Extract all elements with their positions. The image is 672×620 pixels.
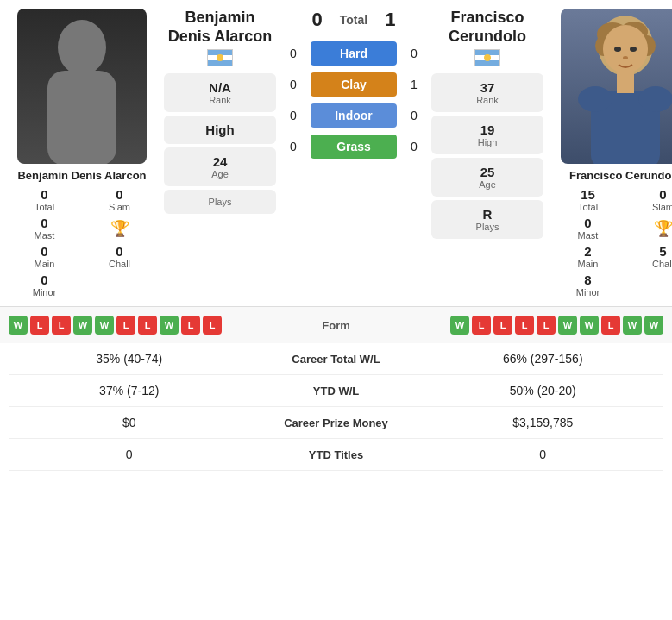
player2-form-badges: WLLLLWWLWW bbox=[450, 316, 663, 335]
stats-right-value: 0 bbox=[423, 448, 664, 461]
clay-row: 0 Clay 1 bbox=[285, 72, 423, 97]
player1-stats: 0 Total 0 Slam 0 Mast 🏆 0 Main bbox=[9, 187, 155, 297]
stats-row: 0YTD Titles0 bbox=[9, 439, 663, 471]
svg-point-10 bbox=[578, 86, 612, 112]
player2-minor: 8 Minor bbox=[552, 272, 624, 297]
form-label: Form bbox=[322, 319, 350, 332]
stats-left-value: 0 bbox=[9, 448, 250, 461]
form-badge: W bbox=[160, 316, 179, 335]
form-badge: L bbox=[537, 316, 556, 335]
grass-right-score: 0 bbox=[405, 140, 423, 153]
player1-name: Benjamin Denis Alarcon bbox=[17, 169, 146, 182]
form-badge: L bbox=[203, 316, 222, 335]
form-badge: W bbox=[73, 316, 92, 335]
player2-name: Francisco Cerundolo bbox=[569, 169, 672, 182]
clay-left-score: 0 bbox=[285, 78, 302, 91]
stats-section: 35% (40-74)Career Total W/L66% (297-156)… bbox=[0, 343, 672, 479]
player2-slam: 0 Slam bbox=[627, 187, 672, 212]
player2-info: Francisco Cerundolo 37 Rank 19 High 25 A… bbox=[431, 9, 543, 297]
stats-right-value: 66% (297-156) bbox=[423, 352, 664, 366]
form-badge: L bbox=[116, 316, 135, 335]
form-badge: W bbox=[623, 316, 642, 335]
player2-plays-box: R Plays bbox=[431, 200, 543, 239]
total-row: 0 Total 1 bbox=[285, 9, 423, 31]
player2-flag bbox=[474, 49, 500, 66]
form-badge: L bbox=[515, 316, 534, 335]
form-badge: W bbox=[95, 316, 114, 335]
player2-chall: 5 Chall bbox=[627, 244, 672, 269]
hard-row: 0 Hard 0 bbox=[285, 41, 423, 66]
form-badge: L bbox=[472, 316, 491, 335]
grass-row: 0 Grass 0 bbox=[285, 135, 423, 159]
stats-right-value: 50% (20-20) bbox=[423, 384, 664, 398]
hard-left-score: 0 bbox=[285, 47, 302, 60]
stats-right-value: $3,159,785 bbox=[423, 416, 664, 429]
trophy-icon: 🏆 bbox=[110, 219, 129, 238]
player2-header-name: Francisco Cerundolo bbox=[431, 9, 543, 46]
player1-main: 0 Main bbox=[9, 244, 80, 269]
hard-right-score: 0 bbox=[405, 47, 423, 60]
stats-center-label: YTD W/L bbox=[250, 385, 423, 398]
svg-rect-1 bbox=[47, 71, 116, 164]
stats-row: 35% (40-74)Career Total W/L66% (297-156) bbox=[9, 343, 663, 375]
player1-chall: 0 Chall bbox=[84, 244, 155, 269]
svg-point-14 bbox=[623, 56, 628, 59]
indoor-left-score: 0 bbox=[285, 109, 302, 122]
player1-age-box: 24 Age bbox=[164, 147, 276, 186]
form-badge: W bbox=[644, 316, 663, 335]
stats-left-value: $0 bbox=[9, 416, 250, 429]
total-label: Total bbox=[340, 13, 367, 27]
form-row: WLLWWLLWLL Form WLLLLWWLWW bbox=[9, 316, 663, 335]
stats-left-value: 35% (40-74) bbox=[9, 352, 250, 366]
stats-row: $0Career Prize Money$3,159,785 bbox=[9, 407, 663, 439]
svg-rect-9 bbox=[617, 72, 634, 93]
svg-point-13 bbox=[630, 47, 637, 52]
player1-card: Benjamin Denis Alarcon 0 Total 0 Slam 0 … bbox=[9, 9, 155, 297]
player1-photo bbox=[17, 9, 147, 164]
player2-trophy-center: 🏆 bbox=[627, 216, 672, 241]
form-section: WLLWWLLWLL Form WLLLLWWLWW bbox=[0, 306, 672, 343]
player1-info: Benjamin Denis Alarcon N/A Rank High 24 … bbox=[164, 9, 276, 297]
score-right: 1 bbox=[385, 9, 395, 31]
indoor-row: 0 Indoor 0 bbox=[285, 103, 423, 128]
form-badge: W bbox=[9, 316, 28, 335]
svg-point-11 bbox=[638, 86, 672, 112]
top-section: Benjamin Denis Alarcon 0 Total 0 Slam 0 … bbox=[0, 0, 672, 306]
player2-rank-box: 37 Rank bbox=[431, 73, 543, 112]
clay-right-score: 1 bbox=[405, 78, 423, 91]
player2-total: 15 Total bbox=[552, 187, 624, 212]
svg-point-12 bbox=[614, 47, 621, 52]
player1-total: 0 Total bbox=[9, 187, 80, 212]
player2-high-box: 19 High bbox=[431, 116, 543, 154]
svg-point-7 bbox=[603, 25, 648, 73]
player2-photo bbox=[561, 9, 672, 164]
player2-stats: 15 Total 0 Slam 0 Mast 🏆 2 Main bbox=[552, 187, 672, 297]
form-badge: L bbox=[601, 316, 620, 335]
player2-main: 2 Main bbox=[552, 244, 624, 269]
player1-rank-box: N/A Rank bbox=[164, 73, 276, 112]
player1-slam: 0 Slam bbox=[84, 187, 155, 212]
stats-center-label: Career Prize Money bbox=[250, 416, 423, 429]
form-badge: L bbox=[30, 316, 49, 335]
trophy-icon-2: 🏆 bbox=[654, 219, 673, 238]
indoor-right-score: 0 bbox=[405, 109, 423, 122]
player1-flag bbox=[207, 49, 233, 66]
player2-card: Francisco Cerundolo 15 Total 0 Slam 0 Ma… bbox=[552, 9, 672, 297]
indoor-button[interactable]: Indoor bbox=[311, 103, 397, 128]
player1-high-box: High bbox=[164, 116, 276, 144]
form-badge: L bbox=[493, 316, 512, 335]
main-container: Benjamin Denis Alarcon 0 Total 0 Slam 0 … bbox=[0, 0, 672, 479]
score-left: 0 bbox=[312, 9, 323, 31]
player2-age-box: 25 Age bbox=[431, 158, 543, 197]
stats-center-label: Career Total W/L bbox=[250, 353, 423, 366]
grass-button[interactable]: Grass bbox=[311, 135, 397, 159]
stats-center-label: YTD Titles bbox=[250, 448, 423, 461]
form-badge: L bbox=[52, 316, 71, 335]
player1-header: Benjamin Denis Alarcon bbox=[164, 9, 276, 66]
form-badge: L bbox=[181, 316, 200, 335]
clay-button[interactable]: Clay bbox=[311, 72, 397, 97]
svg-point-0 bbox=[58, 20, 106, 75]
middle-column: 0 Total 1 0 Hard 0 0 Clay 1 0 Indoor 0 0 bbox=[285, 9, 423, 297]
stats-left-value: 37% (7-12) bbox=[9, 384, 250, 398]
hard-button[interactable]: Hard bbox=[311, 41, 397, 66]
